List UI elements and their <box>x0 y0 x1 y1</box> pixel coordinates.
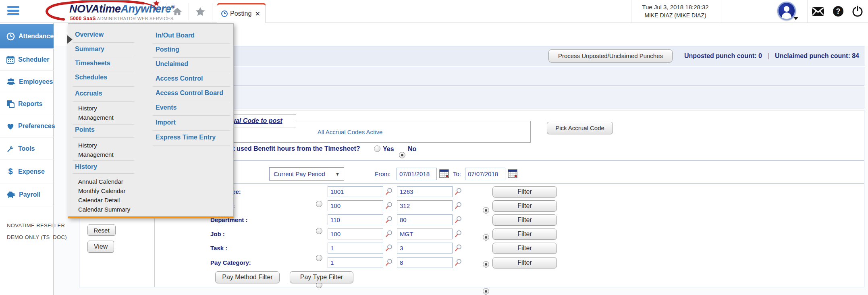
process-unposted-button[interactable]: Process Unposted/Unclaimed Punches <box>548 49 673 62</box>
job-filter-radio[interactable] <box>483 288 489 295</box>
pay-type-filter-button[interactable]: Pay Type Filter <box>290 271 353 283</box>
menu-item-in-out-board[interactable]: In/Out Board <box>156 32 195 39</box>
menu-item-monthly-calendar[interactable]: Monthly Calendar <box>78 187 126 194</box>
pay-category-filter-button[interactable]: Filter <box>492 257 557 268</box>
menu-item-points-history-management[interactable]: History Management <box>78 141 123 159</box>
menu-item-calendar-detail[interactable]: Calendar Detail <box>78 197 120 204</box>
benefit-no-radio[interactable] <box>399 152 405 158</box>
menu-item-express-time-entry[interactable]: Express Time Entry <box>156 134 216 141</box>
job-from-lookup-icon[interactable] <box>385 230 392 239</box>
department-filter-radio[interactable] <box>483 261 489 268</box>
task-to-lookup-icon[interactable] <box>455 244 462 253</box>
sidebar-item-tools[interactable]: Tools <box>0 137 54 160</box>
employee-filter-button[interactable]: Filter <box>492 186 557 197</box>
from-date-input[interactable] <box>397 168 437 180</box>
facility-filter-radio[interactable] <box>483 234 489 241</box>
employee-to-input[interactable] <box>397 186 453 197</box>
expense-dollar-icon: $ <box>6 167 15 176</box>
sidebar-item-reports[interactable]: Reports <box>0 93 54 115</box>
task-from-input[interactable] <box>328 243 383 253</box>
task-filter-button[interactable]: Filter <box>492 243 557 254</box>
department-range-radio[interactable] <box>316 255 322 261</box>
payroll-piggybank-icon <box>6 191 15 198</box>
sidebar-item-payroll[interactable]: Payroll <box>0 183 54 206</box>
favorite-star-icon[interactable] <box>195 6 206 19</box>
avatar-chevron-down-icon <box>793 17 798 20</box>
employee-to-lookup-icon[interactable] <box>455 188 462 197</box>
from-calendar-icon[interactable] <box>439 169 449 180</box>
facility-to-input[interactable] <box>397 200 453 211</box>
menu-item-calendar-summary[interactable]: Calendar Summary <box>78 206 130 213</box>
job-to-input[interactable] <box>397 229 453 239</box>
count-divider: | <box>768 52 769 60</box>
to-label: To: <box>453 170 461 177</box>
menu-item-accruals[interactable]: Accruals <box>75 90 102 97</box>
pay-period-select[interactable]: Current Pay Period ▼ <box>269 167 344 181</box>
pay-category-to-input[interactable] <box>397 257 453 268</box>
punch-counts: Unposted punch count: 0 | Unclaimed punc… <box>684 51 859 61</box>
pay-category-from-input[interactable] <box>328 257 383 268</box>
sidebar-item-attendance[interactable]: Attendance <box>0 24 54 48</box>
accrual-selection-text: All Accrual Codes Active <box>318 129 383 135</box>
department-to-input[interactable] <box>397 214 453 225</box>
to-calendar-icon[interactable] <box>508 169 517 180</box>
menu-item-accruals-history-management[interactable]: History Management <box>78 104 123 122</box>
menu-item-posting[interactable]: Posting <box>156 46 179 53</box>
sidebar-item-employees[interactable]: Employees <box>0 71 54 93</box>
task-from-lookup-icon[interactable] <box>385 244 392 253</box>
reset-button[interactable]: Reset <box>87 224 116 236</box>
employee-range-radio[interactable] <box>316 201 322 207</box>
menu-item-points[interactable]: Points <box>75 126 95 133</box>
job-filter-button[interactable]: Filter <box>492 229 557 240</box>
job-from-input[interactable] <box>328 229 383 239</box>
logo-text: NOVAtimeAnywhere® <box>69 3 174 15</box>
menu-item-access-control-board[interactable]: Access Control Board <box>156 89 223 97</box>
facility-from-input[interactable] <box>328 200 383 211</box>
menu-item-timesheets[interactable]: Timesheets <box>75 60 110 67</box>
job-to-lookup-icon[interactable] <box>455 230 462 239</box>
department-from-lookup-icon[interactable] <box>385 216 392 225</box>
help-icon[interactable]: ? <box>833 6 844 19</box>
attendance-clock-icon <box>6 32 15 41</box>
facility-range-radio[interactable] <box>316 228 322 234</box>
department-to-lookup-icon[interactable] <box>455 216 462 225</box>
menu-item-summary[interactable]: Summary <box>75 46 104 53</box>
department-filter-button[interactable]: Filter <box>492 214 557 226</box>
employee-from-lookup-icon[interactable] <box>385 188 392 197</box>
view-button[interactable]: View <box>87 241 114 253</box>
home-icon[interactable] <box>172 6 183 19</box>
benefit-no-label: No <box>408 145 416 153</box>
task-to-input[interactable] <box>397 243 453 253</box>
menu-item-events[interactable]: Events <box>156 104 177 111</box>
sidebar-item-expense[interactable]: $ Expense <box>0 160 54 183</box>
menu-item-schedules[interactable]: Schedules <box>75 74 107 81</box>
menu-item-annual-calendar[interactable]: Annual Calendar <box>78 178 123 185</box>
filter-label-task: Task : <box>210 245 227 251</box>
tab-close-icon[interactable]: ✕ <box>255 10 260 18</box>
employee-filter-radio[interactable] <box>483 207 489 214</box>
pay-method-filter-button[interactable]: Pay Method Filter <box>215 271 280 283</box>
facility-to-lookup-icon[interactable] <box>455 202 462 211</box>
pay-category-from-lookup-icon[interactable] <box>385 259 392 268</box>
to-date-input[interactable] <box>465 168 505 180</box>
sidebar-item-preferences[interactable]: Preferences <box>0 115 54 137</box>
benefit-yes-radio[interactable] <box>374 145 380 152</box>
menu-item-access-control[interactable]: Access Control <box>156 75 203 82</box>
tab-posting[interactable]: Posting ✕ <box>217 3 266 23</box>
reports-document-icon <box>6 100 15 108</box>
department-from-input[interactable] <box>328 214 383 225</box>
menu-item-import[interactable]: Import <box>156 119 176 126</box>
hamburger-menu-icon[interactable] <box>7 6 19 17</box>
pick-accrual-code-button[interactable]: Pick Accrual Code <box>547 122 613 134</box>
menu-item-unclaimed[interactable]: Unclaimed <box>156 60 188 68</box>
menu-item-history[interactable]: History <box>75 163 97 170</box>
sidebar-item-scheduler[interactable]: Scheduler <box>0 48 54 71</box>
employee-from-input[interactable] <box>328 186 383 197</box>
pay-category-to-lookup-icon[interactable] <box>455 259 462 268</box>
logout-power-icon[interactable] <box>852 6 863 19</box>
menu-item-overview[interactable]: Overview <box>75 31 104 38</box>
facility-from-lookup-icon[interactable] <box>385 202 392 211</box>
messages-icon[interactable] <box>812 7 824 18</box>
facility-filter-button[interactable]: Filter <box>492 200 557 212</box>
employees-people-icon <box>6 78 15 86</box>
